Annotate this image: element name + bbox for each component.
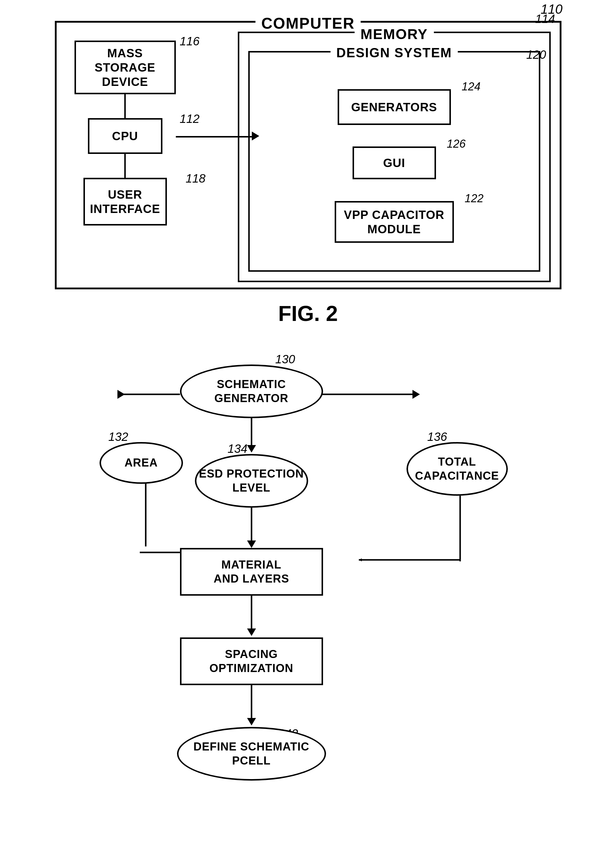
left-column: 116 MASS STORAGEDEVICE 112 CPU xyxy=(75,41,176,226)
arrow-spacing-define xyxy=(246,685,258,727)
arrow-tc-material-v xyxy=(454,496,466,561)
svg-marker-15 xyxy=(247,628,256,636)
svg-marker-5 xyxy=(412,390,420,399)
spacing-optimization-box: SPACINGOPTIMIZATION xyxy=(180,637,323,685)
area-oval: AREA xyxy=(99,442,183,484)
arrow-area-material xyxy=(140,482,152,554)
svg-marker-7 xyxy=(247,540,256,548)
arrow-esd-material xyxy=(246,508,258,549)
page-container: 110 COMPUTER 116 MASS STORAGEDEVICE 112 xyxy=(12,12,604,851)
flowchart: 130 SCHEMATICGENERATOR 132 AR xyxy=(99,350,517,851)
fig2-label: FIG. 2 xyxy=(278,301,338,326)
vpp-module-box: VPP CAPACITORMODULE xyxy=(335,201,454,243)
line-cpu-memory xyxy=(176,136,253,137)
ref-112: 112 xyxy=(180,112,200,126)
arrow-sg-tc xyxy=(322,388,421,400)
ref-116: 116 xyxy=(180,35,200,48)
ref-130: 130 xyxy=(275,353,295,366)
svg-marker-3 xyxy=(117,390,125,399)
ref-126: 126 xyxy=(447,137,466,150)
svg-marker-17 xyxy=(247,718,256,725)
fig3-section: 130 SCHEMATICGENERATOR 132 AR xyxy=(40,350,576,851)
memory-outer-box: 114 MEMORY 120 DESIGN SYSTEM 124 GENERAT… xyxy=(238,32,551,282)
svg-marker-1 xyxy=(247,445,256,453)
line-cpu-ui xyxy=(124,154,126,178)
arrow-sg-area xyxy=(117,388,181,400)
generators-box: GENERATORS xyxy=(338,89,451,125)
computer-outer-box: 110 COMPUTER 116 MASS STORAGEDEVICE 112 xyxy=(55,21,562,289)
line-ms-cpu xyxy=(124,94,126,118)
ds-boxes: 124 GENERATORS 126 GUI xyxy=(256,59,533,264)
cpu-box: CPU xyxy=(88,118,162,154)
total-capacitance-oval: TOTALCAPACITANCE xyxy=(406,442,508,496)
mass-storage-box: MASS STORAGEDEVICE xyxy=(75,41,176,94)
schematic-generator-oval: SCHEMATICGENERATOR xyxy=(180,364,323,418)
memory-title: MEMORY xyxy=(354,26,434,42)
ref-124: 124 xyxy=(462,80,480,93)
arrow-material-spacing xyxy=(246,596,258,637)
esd-oval: ESD PROTECTIONLEVEL xyxy=(195,454,308,508)
svg-marker-13 xyxy=(359,558,362,561)
define-schematic-oval: DEFINE SCHEMATICPCELL xyxy=(177,727,326,780)
ref-122: 122 xyxy=(465,192,483,205)
user-interface-box: USERINTERFACE xyxy=(84,178,167,226)
arrow-tc-material-h xyxy=(359,558,460,561)
ref-136: 136 xyxy=(427,430,447,444)
computer-title: COMPUTER xyxy=(255,14,361,32)
fig2-section: 110 COMPUTER 116 MASS STORAGEDEVICE 112 xyxy=(40,21,576,326)
gui-box: GUI xyxy=(352,146,436,179)
ref-118: 118 xyxy=(186,172,205,185)
material-layers-box: MATERIALAND LAYERS xyxy=(180,548,323,596)
ref-132: 132 xyxy=(108,430,129,444)
ref-134: 134 xyxy=(228,442,248,456)
design-system-box: DESIGN SYSTEM 124 GENERATORS 126 xyxy=(248,51,540,272)
ref-114: 114 xyxy=(535,12,555,26)
design-system-title: DESIGN SYSTEM xyxy=(331,45,458,60)
